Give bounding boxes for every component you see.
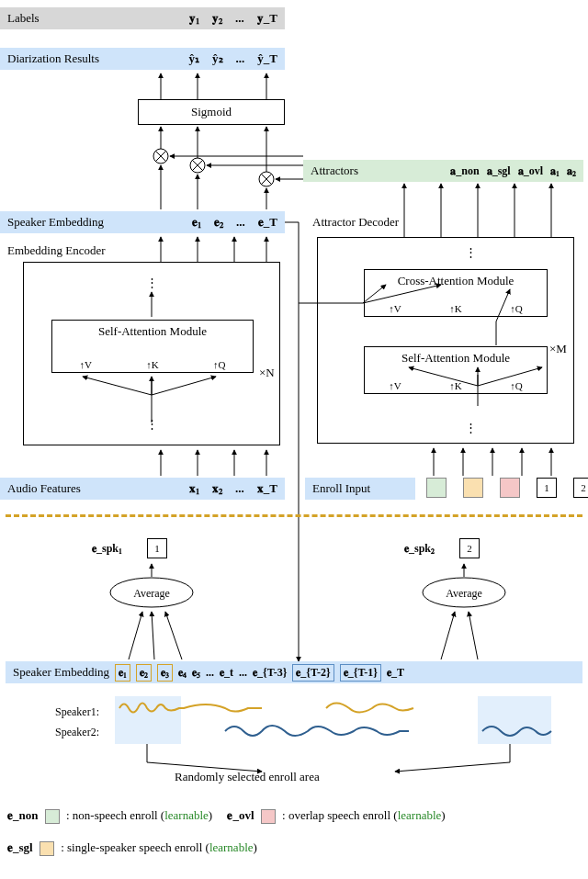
svg-line-41 [478, 367, 542, 386]
speaker2-label: Speaker2: [55, 726, 99, 739]
svg-line-33 [152, 377, 216, 395]
svg-text:Average: Average [446, 587, 482, 600]
spk2-box: 2 [459, 538, 480, 558]
otimes-icon [153, 149, 168, 163]
speaker1-label: Speaker1: [55, 705, 99, 719]
spk2-label: 𝐞_spk₂ [404, 542, 435, 556]
legend-green-icon [45, 809, 60, 824]
waveforms [115, 696, 565, 747]
spk1-label: 𝐞_spk₁ [92, 542, 122, 556]
svg-line-59 [152, 612, 154, 659]
svg-line-60 [165, 612, 182, 659]
legend-red-icon [261, 809, 276, 824]
otimes-icon [190, 158, 205, 173]
svg-line-61 [441, 612, 455, 659]
svg-text:Average: Average [133, 587, 170, 600]
random-sel-label: Randomly selected enroll area [175, 770, 320, 784]
svg-rect-64 [478, 696, 551, 744]
svg-line-37 [496, 289, 510, 321]
svg-line-31 [83, 377, 152, 395]
speaker-emb-title-2: Speaker Embedding [13, 665, 109, 680]
svg-line-62 [469, 612, 478, 659]
avg-input-arrows [0, 604, 588, 669]
legend-row-1: 𝐞_non : non-speech enroll (learnable) 𝐞_… [7, 808, 446, 824]
legend-orange-icon [40, 841, 54, 856]
legend-row-2: 𝐞_sgl : single-speaker speech enroll (le… [7, 840, 257, 856]
otimes-icon [259, 172, 274, 186]
svg-line-58 [129, 612, 142, 659]
svg-line-39 [409, 367, 478, 386]
speaker-emb-items-2: 𝐞₁ 𝐞₂ 𝐞₃ 𝐞₄ 𝐞₅ ... 𝐞_t ... 𝐞_{T-3} 𝐞_{T-… [115, 661, 404, 683]
spk1-box: 1 [147, 538, 167, 558]
section-divider [6, 514, 582, 517]
